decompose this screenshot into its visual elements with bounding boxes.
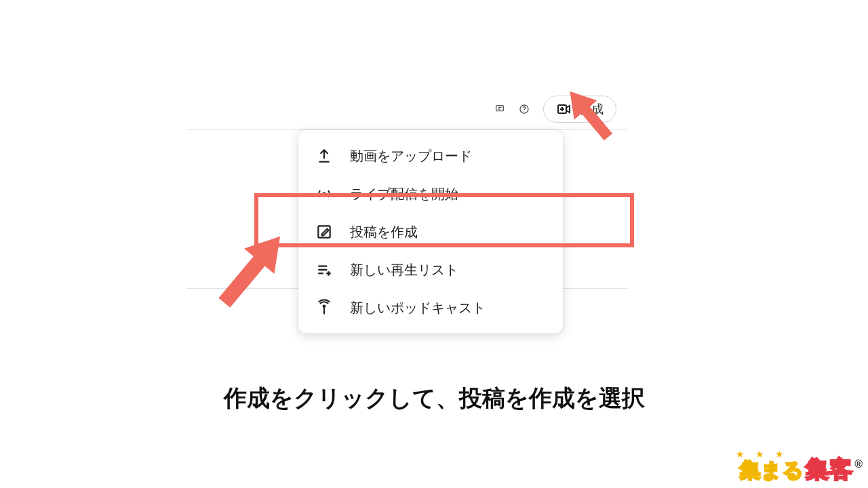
menu-item-label: ライブ配信を開始 xyxy=(350,185,458,203)
help-icon[interactable] xyxy=(519,104,530,115)
menu-item-new-podcast[interactable]: 新しいポッドキャスト xyxy=(298,289,563,327)
menu-item-label: 投稿を作成 xyxy=(350,223,418,241)
menu-item-label: 新しい再生リスト xyxy=(350,261,458,279)
svg-marker-8 xyxy=(210,224,296,315)
video-camera-plus-icon xyxy=(556,101,572,117)
menu-item-label: 新しいポッドキャスト xyxy=(350,299,486,317)
top-bar: 作成 xyxy=(186,88,627,130)
brand-text-1: 集まる xyxy=(740,457,804,485)
menu-item-new-playlist[interactable]: 新しい再生リスト xyxy=(298,251,563,289)
svg-point-4 xyxy=(322,192,326,195)
registered-mark: ® xyxy=(854,458,863,470)
instruction-caption: 作成をクリックして、投稿を作成を選択 xyxy=(0,383,868,414)
create-dropdown: 動画をアップロード ライブ配信を開始 投稿を作成 xyxy=(298,130,563,333)
svg-rect-0 xyxy=(496,105,504,110)
create-button-label: 作成 xyxy=(579,101,604,117)
menu-item-create-post[interactable]: 投稿を作成 xyxy=(298,213,563,251)
brand-logo: 集まる 集客 ® xyxy=(740,454,863,485)
playlist-add-icon xyxy=(315,260,334,279)
brand-text-2: 集客 xyxy=(806,454,853,485)
svg-point-6 xyxy=(323,304,326,308)
annotation-arrow-to-post xyxy=(200,220,302,322)
create-button[interactable]: 作成 xyxy=(543,96,616,123)
compose-icon xyxy=(315,222,334,241)
live-icon xyxy=(315,184,334,203)
chat-feedback-icon[interactable] xyxy=(494,104,505,115)
upload-icon xyxy=(315,146,334,165)
menu-item-label: 動画をアップロード xyxy=(350,147,472,165)
menu-item-go-live[interactable]: ライブ配信を開始 xyxy=(298,175,563,213)
menu-item-upload-video[interactable]: 動画をアップロード xyxy=(298,137,563,175)
podcast-icon xyxy=(315,298,334,317)
svg-point-2 xyxy=(524,110,525,111)
